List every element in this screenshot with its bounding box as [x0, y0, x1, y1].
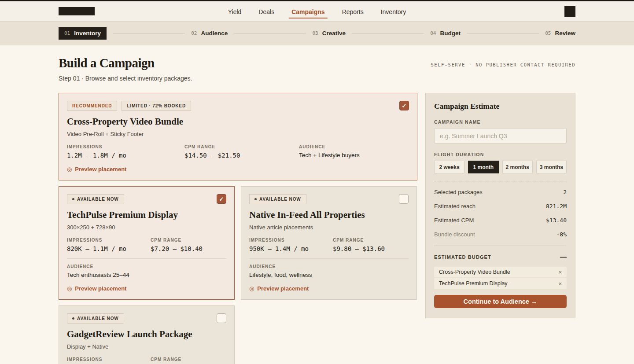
check-icon: ✓	[402, 103, 407, 109]
campaign-estimate-panel: Campaign Estimate CAMPAIGN NAME FLIGHT D…	[425, 93, 575, 318]
package-title: Cross-Property Video Bundle	[67, 116, 409, 127]
row-label: Bundle discount	[434, 231, 475, 238]
audience-label: AUDIENCE	[249, 264, 409, 269]
recommended-badge: RECOMMENDED	[67, 101, 117, 111]
divider	[434, 246, 567, 246]
step-label: Inventory	[74, 30, 101, 37]
preview-placement-link[interactable]: ◎ Preview placement	[249, 285, 409, 292]
step-audience[interactable]: 02 Audience	[191, 30, 228, 37]
nav-item-reports[interactable]: Reports	[342, 3, 364, 21]
preview-placement-link[interactable]: ◎ Preview placement	[67, 166, 409, 173]
package-checkbox[interactable]	[399, 194, 409, 204]
cpm-value: $14.50 – $21.50	[184, 152, 299, 159]
row-value: -8%	[557, 231, 567, 238]
step-review[interactable]: 05 Review	[545, 30, 575, 37]
avatar[interactable]	[564, 6, 575, 17]
step-number: 03	[312, 30, 318, 36]
bundle-discount-row: Bundle discount -8%	[434, 231, 567, 238]
limited-badge: LIMITED · 72% BOOKED	[122, 101, 191, 111]
nav-item-campaigns[interactable]: Campaigns	[291, 3, 324, 21]
chip-label: TechPulse Premium Display	[439, 280, 508, 287]
impressions-label: IMPRESSIONS	[67, 144, 184, 149]
package-subtitle: Display + Native	[67, 343, 226, 350]
impressions-label: IMPRESSIONS	[67, 357, 151, 362]
package-checkbox[interactable]	[217, 313, 226, 323]
available-now-badge: AVAILABLE NOW	[67, 313, 124, 324]
package-subtitle: Native article placements	[249, 224, 409, 231]
divider	[67, 258, 226, 259]
nav-item-yield[interactable]: Yield	[228, 3, 242, 21]
campaign-name-label: CAMPAIGN NAME	[434, 119, 567, 125]
chip-cross-property-video: Cross-Property Video Bundle ×	[434, 267, 567, 277]
campaign-stepper: 01 Inventory 02 Audience 03 Creative 04 …	[0, 22, 634, 45]
chip-label: Cross-Property Video Bundle	[439, 269, 510, 275]
step-label: Budget	[440, 30, 461, 37]
duration-2-months-button[interactable]: 2 months	[502, 161, 533, 173]
preview-placement-link[interactable]: ◎ Preview placement	[67, 285, 226, 292]
row-label: Estimated CPM	[434, 217, 474, 224]
package-subtitle: Video Pre-Roll + Sticky Footer	[67, 131, 409, 137]
package-card-native-infeed[interactable]: AVAILABLE NOW Native In-Feed All Propert…	[241, 186, 417, 300]
package-subtitle: 300×250 + 728×90	[67, 224, 226, 231]
cpm-label: CPM RANGE	[151, 357, 226, 362]
close-icon[interactable]: ×	[558, 280, 562, 287]
chip-techpulse-display: TechPulse Premium Display ×	[434, 278, 567, 289]
estimated-reach-row: Estimated reach 821.2M	[434, 203, 567, 210]
cpm-value: $9.80 – $13.60	[333, 245, 409, 252]
flight-duration-group: 2 weeks 1 month 2 months 3 months	[434, 161, 567, 173]
flight-duration-label: FLIGHT DURATION	[434, 152, 567, 157]
impressions-label: IMPRESSIONS	[249, 238, 333, 243]
main-content: Build a Campaign Step 01 · Browse and se…	[0, 45, 634, 364]
step-inventory[interactable]: 01 Inventory	[59, 27, 107, 40]
nav-item-deals[interactable]: Deals	[258, 3, 274, 21]
page-subtitle: Step 01 · Browse and select inventory pa…	[59, 75, 192, 82]
availability-dot-icon	[254, 198, 257, 200]
package-checkbox[interactable]: ✓	[217, 194, 226, 204]
availability-dot-icon	[72, 198, 74, 200]
preview-label: Preview placement	[257, 285, 309, 292]
impressions-label: IMPRESSIONS	[67, 238, 151, 243]
cpm-label: CPM RANGE	[184, 144, 299, 149]
package-card-techpulse-display[interactable]: AVAILABLE NOW ✓ TechPulse Premium Displa…	[59, 186, 235, 300]
step-creative[interactable]: 03 Creative	[312, 30, 346, 37]
package-checkbox[interactable]: ✓	[399, 101, 409, 110]
estimated-cpm-row: Estimated CPM $13.40	[434, 217, 567, 224]
campaign-name-input[interactable]	[434, 128, 567, 143]
package-card-cross-property-video[interactable]: RECOMMENDED LIMITED · 72% BOOKED ✓ Cross…	[59, 93, 417, 180]
duration-2-weeks-button[interactable]: 2 weeks	[434, 161, 464, 173]
duration-1-month-button[interactable]: 1 month	[468, 161, 498, 173]
eye-icon: ◎	[249, 285, 254, 292]
close-icon[interactable]: ×	[558, 269, 562, 276]
selected-package-chips: Cross-Property Video Bundle × TechPulse …	[434, 267, 567, 289]
estimated-budget-row: ESTIMATED BUDGET —	[434, 253, 567, 261]
row-value: 2	[563, 189, 567, 195]
impressions-value: 1.2M – 1.8M / mo	[67, 152, 184, 159]
audience-label: AUDIENCE	[67, 264, 226, 269]
nav-item-inventory[interactable]: Inventory	[381, 3, 406, 21]
primary-nav: Yield Deals Campaigns Reports Inventory	[228, 3, 406, 21]
availability-dot-icon	[72, 317, 74, 320]
budget-label: ESTIMATED BUDGET	[434, 254, 491, 260]
step-number: 05	[545, 30, 551, 36]
top-nav-bar: Yield Deals Campaigns Reports Inventory	[0, 0, 634, 22]
step-connector	[352, 33, 424, 33]
audience-value: Lifestyle, food, wellness	[249, 272, 409, 278]
divider	[249, 258, 409, 259]
available-now-badge: AVAILABLE NOW	[249, 194, 306, 204]
step-number: 01	[64, 30, 70, 36]
preview-label: Preview placement	[75, 285, 126, 292]
audience-value: Tech enthusiasts 25–44	[67, 272, 226, 278]
package-title: TechPulse Premium Display	[67, 210, 226, 221]
continue-to-audience-button[interactable]: Continue to Audience →	[434, 295, 567, 308]
step-budget[interactable]: 04 Budget	[430, 30, 461, 37]
step-label: Creative	[322, 30, 346, 37]
budget-value: —	[560, 253, 567, 261]
selected-packages-row: Selected packages 2	[434, 189, 567, 195]
duration-3-months-button[interactable]: 3 months	[536, 161, 567, 173]
estimate-title: Campaign Estimate	[434, 102, 567, 111]
divider	[434, 181, 567, 181]
step-label: Review	[555, 30, 575, 37]
audience-label: AUDIENCE	[299, 144, 409, 149]
package-card-gadgetreview-launch[interactable]: AVAILABLE NOW GadgetReview Launch Packag…	[59, 305, 235, 364]
cpm-label: CPM RANGE	[333, 238, 409, 243]
